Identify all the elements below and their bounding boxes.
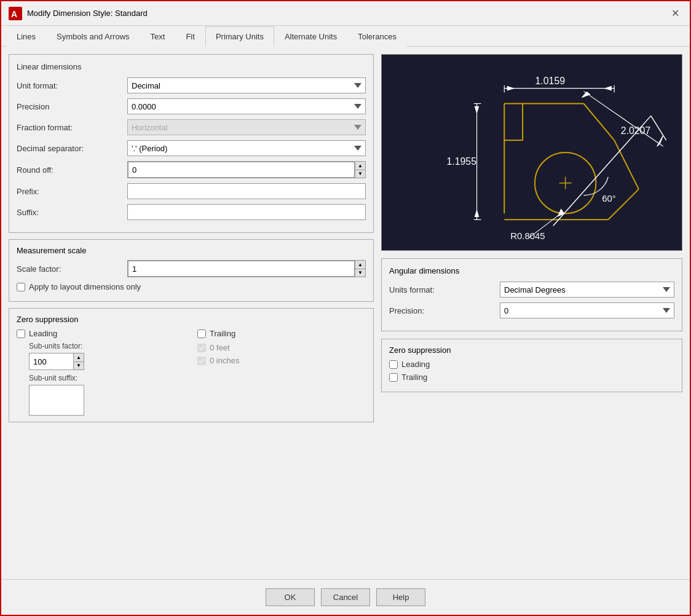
sub-units-factor-input[interactable] [30,353,73,369]
close-button[interactable]: ✕ [668,6,682,21]
title-bar-left: A Modify Dimension Style: Standard [9,7,148,20]
round-off-label: Round off: [17,165,127,175]
fraction-format-row: Fraction format: Horizontal Diagonal Not… [17,119,366,135]
angular-trailing-label: Trailing [401,373,427,382]
leading-checkbox[interactable] [17,330,25,338]
zero-inches-checkbox[interactable] [197,357,206,365]
svg-text:1.1955: 1.1955 [446,156,476,167]
round-off-increment[interactable]: ▲ [355,162,365,170]
precision-row: Precision 0 0.0 0.00 0.000 0.0000 0.0000… [17,98,366,114]
angular-zero-suppression-title: Zero suppression [389,346,674,355]
prefix-label: Prefix: [17,187,127,196]
apply-to-layout-checkbox[interactable] [17,283,25,291]
precision-select[interactable]: 0 0.0 0.00 0.000 0.0000 0.00000 0.000000… [127,98,366,114]
suffix-label: Suffix: [17,208,127,217]
apply-to-layout-row: Apply to layout dimensions only [17,282,366,291]
unit-format-label: Unit format: [17,81,127,90]
zero-inches-label: 0 inches [210,356,239,365]
tab-tolerances[interactable]: Tolerances [347,26,407,47]
measurement-scale-section: Measurement scale Scale factor: ▲ ▼ [9,239,374,302]
angular-trailing-checkbox[interactable] [389,373,398,382]
tab-lines[interactable]: Lines [6,26,46,47]
unit-format-control: Decimal Scientific Engineering Architect… [127,77,366,93]
title-bar: A Modify Dimension Style: Standard ✕ [1,1,690,26]
scale-factor-spinner-buttons: ▲ ▼ [355,261,365,277]
precision-label: Precision [17,102,127,111]
measurement-scale-title: Measurement scale [17,246,366,255]
linear-dimensions-title: Linear dimensions [17,62,366,71]
tab-symbols-arrows[interactable]: Symbols and Arrows [46,26,140,47]
fraction-format-select[interactable]: Horizontal Diagonal Not Stacked [127,119,366,135]
angular-trailing-row: Trailing [389,373,674,382]
sub-units-factor-label: Sub-units factor: [29,342,185,350]
zero-inches-row: 0 inches [197,356,366,365]
scale-factor-control: ▲ ▼ [127,260,366,277]
angular-precision-label: Precision: [389,306,500,315]
sub-unit-suffix-label: Sub-unit suffix: [29,374,185,382]
leading-label: Leading [29,329,57,338]
trailing-row: Trailing [197,329,366,338]
tab-fit[interactable]: Fit [175,26,205,47]
unit-format-row: Unit format: Decimal Scientific Engineer… [17,77,366,93]
decimal-separator-control: '.' (Period) ',' (Comma) ' ' (Space) [127,140,366,156]
right-panel: 1.0159 1.1955 2.0207 60° R0.8045 Angular… [381,54,682,572]
dialog: A Modify Dimension Style: Standard ✕ Lin… [0,0,691,616]
scale-factor-spinner: ▲ ▼ [127,260,366,277]
angular-units-format-select[interactable]: Decimal Degrees Degrees Minutes Seconds … [500,282,674,298]
svg-rect-2 [382,55,682,250]
angular-zero-suppression-section: Zero suppression Leading Trailing [381,339,682,392]
ok-button[interactable]: OK [266,588,315,606]
scale-factor-decrement[interactable]: ▼ [355,269,365,277]
scale-factor-increment[interactable]: ▲ [355,261,365,269]
tabs: Lines Symbols and Arrows Text Fit Primar… [1,26,690,47]
preview-svg: 1.0159 1.1955 2.0207 60° R0.8045 [382,55,682,250]
scale-factor-row: Scale factor: ▲ ▼ [17,260,366,277]
suffix-control [127,204,366,220]
precision-control: 0 0.0 0.00 0.000 0.0000 0.00000 0.000000… [127,98,366,114]
svg-text:60°: 60° [602,194,616,203]
tab-alternate-units[interactable]: Alternate Units [274,26,347,47]
suffix-input[interactable] [127,204,366,220]
trailing-checkbox[interactable] [197,330,206,338]
sub-unit-suffix-input[interactable] [29,385,84,416]
sub-units-factor-increment[interactable]: ▲ [74,353,84,361]
fraction-format-label: Fraction format: [17,123,127,132]
round-off-decrement[interactable]: ▼ [355,170,365,178]
scale-factor-input[interactable] [128,261,355,277]
unit-format-select[interactable]: Decimal Scientific Engineering Architect… [127,77,366,93]
sub-units-section: Sub-units factor: ▲ ▼ Sub-unit suffix: [29,342,185,416]
round-off-spinner-buttons: ▲ ▼ [355,162,365,178]
suffix-row: Suffix: [17,204,366,220]
prefix-input[interactable] [127,183,366,199]
svg-text:A: A [11,9,17,19]
svg-text:2.0207: 2.0207 [621,125,651,136]
tab-text[interactable]: Text [140,26,176,47]
help-button[interactable]: Help [376,588,425,606]
angular-dimensions-title: Angular dimensions [389,266,674,275]
leading-row: Leading [17,329,185,338]
autocad-logo-icon: A [9,7,22,20]
prefix-row: Prefix: [17,183,366,199]
zero-feet-checkbox[interactable] [197,344,206,352]
tab-primary-units[interactable]: Primary Units [205,26,274,47]
zero-suppression-section: Zero suppression Leading Sub-units facto… [9,308,374,422]
cancel-button[interactable]: Cancel [321,588,370,606]
round-off-input[interactable] [128,162,355,178]
angular-units-format-label: Units format: [389,285,500,294]
bottom-buttons: OK Cancel Help [1,579,690,615]
title-text: Modify Dimension Style: Standard [27,9,148,18]
round-off-row: Round off: ▲ ▼ [17,161,366,178]
sub-units-factor-decrement[interactable]: ▼ [74,361,84,369]
zero-suppression-title: Zero suppression [17,315,366,324]
angular-dimensions-section: Angular dimensions Units format: Decimal… [381,258,682,331]
angular-precision-row: Precision: 0 0.0 0.00 0.000 0.0000 [389,302,674,318]
angular-leading-checkbox[interactable] [389,360,398,369]
zero-suppression-left: Leading Sub-units factor: ▲ ▼ [17,329,185,416]
angular-leading-label: Leading [401,360,430,369]
decimal-separator-select[interactable]: '.' (Period) ',' (Comma) ' ' (Space) [127,140,366,156]
zero-feet-label: 0 feet [210,343,230,352]
round-off-control: ▲ ▼ [127,161,366,178]
svg-text:1.0159: 1.0159 [535,76,566,86]
zero-feet-row: 0 feet [197,343,366,352]
angular-precision-select[interactable]: 0 0.0 0.00 0.000 0.0000 [500,302,674,318]
